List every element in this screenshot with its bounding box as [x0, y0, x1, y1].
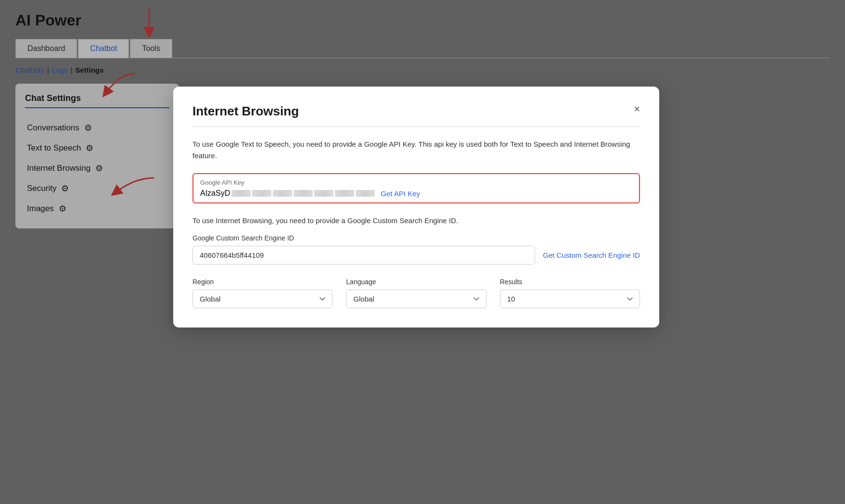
api-key-value: AIzaSyD	[200, 189, 375, 198]
results-label: Results	[500, 278, 640, 286]
api-key-box: Google API Key AIzaSyD Get API Key	[192, 173, 640, 203]
api-key-blurred-5	[314, 190, 333, 197]
api-key-blurred-4	[294, 190, 313, 197]
api-key-prefix: AIzaSyD	[200, 189, 230, 198]
api-key-inner: AIzaSyD Get API Key	[200, 189, 632, 198]
get-custom-search-engine-id-link[interactable]: Get Custom Search Engine ID	[543, 251, 640, 259]
api-key-blurred-6	[335, 190, 354, 197]
search-engine-row: Get Custom Search Engine ID	[192, 246, 640, 265]
api-key-blurred-7	[356, 190, 375, 197]
modal-divider	[192, 126, 640, 127]
language-group: Language Global English Spanish French G…	[346, 278, 486, 308]
language-label: Language	[346, 278, 486, 286]
search-engine-description: To use Internet Browsing, you need to pr…	[192, 215, 640, 227]
close-button[interactable]: ×	[634, 104, 640, 114]
results-group: Results 5 10 20 50	[500, 278, 640, 308]
region-label: Region	[192, 278, 333, 286]
modal-header: Internet Browsing ×	[192, 104, 640, 119]
get-api-key-link[interactable]: Get API Key	[381, 189, 420, 198]
api-key-blurred-1	[231, 190, 251, 197]
region-select[interactable]: Global US UK EU Asia	[192, 290, 333, 308]
modal-title: Internet Browsing	[192, 104, 299, 119]
region-group: Region Global US UK EU Asia	[192, 278, 333, 308]
search-engine-label: Google Custom Search Engine ID	[192, 234, 640, 242]
dropdowns-row: Region Global US UK EU Asia Language Glo…	[192, 278, 640, 308]
modal-description: To use Google Text to Speech, you need t…	[192, 139, 640, 162]
api-key-label: Google API Key	[200, 179, 632, 186]
results-select[interactable]: 5 10 20 50	[500, 290, 640, 308]
api-key-blurred-3	[273, 190, 292, 197]
search-engine-input[interactable]	[192, 246, 535, 265]
internet-browsing-modal: Internet Browsing × To use Google Text t…	[173, 87, 659, 328]
api-key-blurred-2	[252, 190, 271, 197]
language-select[interactable]: Global English Spanish French German	[346, 290, 486, 308]
